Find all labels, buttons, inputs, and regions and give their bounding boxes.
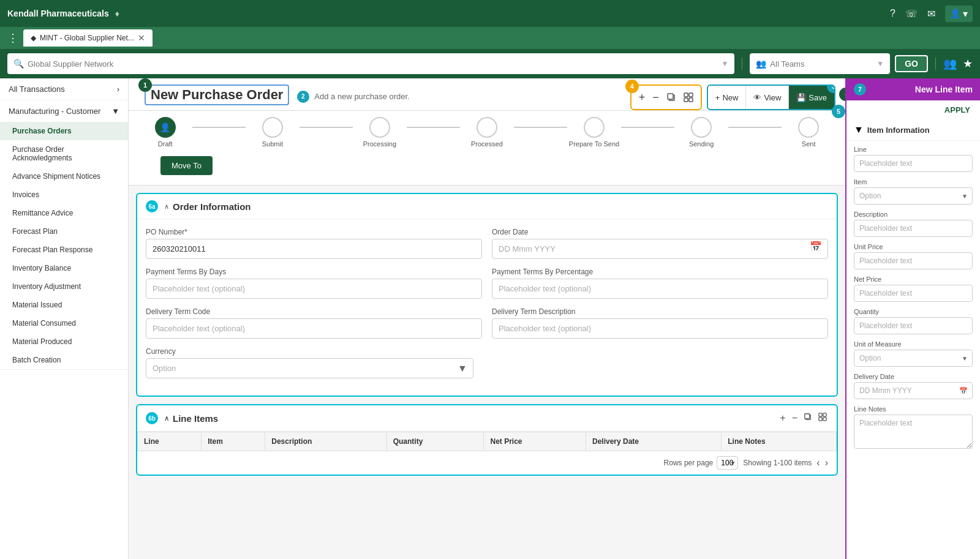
panel-field-unit-price: Unit Price: [854, 243, 973, 269]
line-item-copy-button[interactable]: [802, 411, 813, 425]
table-footer: Rows per page 100 50 25 ▼ Showing 1-100 …: [137, 451, 837, 475]
panel-input-delivery-date[interactable]: [854, 382, 973, 399]
people-icon[interactable]: 👥: [943, 57, 957, 70]
sidebar-toggle-button[interactable]: ‹: [839, 88, 845, 101]
search-actions: 👥 ★: [943, 57, 973, 70]
col-quantity: Quantity: [386, 432, 484, 451]
panel-label-delivery-date: Delivery Date: [854, 373, 973, 380]
sidebar-item-po-acknowledgments[interactable]: Purchase Order Acknowledgments: [0, 140, 128, 167]
step-circle-submit: [262, 117, 283, 138]
line-item-add-button[interactable]: +: [778, 411, 786, 425]
panel-field-uom: Unit of Measure Option ▼: [854, 340, 973, 367]
collapse-line-items[interactable]: ∧: [164, 415, 169, 422]
search-chevron[interactable]: ▼: [721, 59, 728, 68]
line-items-table: Line Item Description Quantity Net Price…: [137, 432, 837, 451]
svg-rect-2: [684, 93, 688, 97]
line-items-actions: + −: [778, 411, 828, 425]
page-header: ‹ 1 New Purchase Order 2 Add a new purch…: [129, 78, 845, 111]
step-circle-sending: [691, 117, 712, 138]
team-field[interactable]: 👥 ▼: [750, 53, 890, 74]
tab-mint[interactable]: ◆ MINT - Global Supplier Net... ✕: [23, 29, 153, 47]
team-chevron[interactable]: ▼: [876, 59, 884, 68]
sidebar-item-inventory-adjustment[interactable]: Inventory Adjustment: [0, 277, 128, 296]
tab-close-icon[interactable]: ✕: [138, 33, 145, 43]
action-group: 3 + New 👁 View 💾 Save: [707, 84, 835, 110]
po-number-input[interactable]: [146, 239, 482, 259]
order-info-header: 6a ∧ Order Information: [137, 194, 837, 219]
move-to-button[interactable]: Move To: [160, 156, 213, 175]
delivery-code-input[interactable]: [146, 318, 482, 339]
star-icon[interactable]: ★: [963, 57, 973, 70]
sidebar-item-material-issued[interactable]: Material Issued: [0, 296, 128, 314]
step-processed: Processed: [460, 117, 514, 148]
step-sending: Sending: [674, 117, 728, 148]
toolbar-multi-button[interactable]: [681, 91, 696, 103]
new-button[interactable]: + New: [708, 86, 747, 109]
payment-days-input[interactable]: [146, 279, 482, 299]
collapse-order-info[interactable]: ∧: [164, 203, 169, 211]
search-field[interactable]: 🔍 ▼: [7, 53, 734, 74]
step-line-2: [300, 127, 353, 128]
sidebar-item-material-produced[interactable]: Material Produced: [0, 332, 128, 351]
pagination-prev-button[interactable]: ‹: [816, 457, 820, 468]
search-input[interactable]: [28, 59, 717, 69]
svg-rect-9: [823, 413, 826, 416]
line-item-grid-button[interactable]: [817, 411, 828, 425]
panel-input-description[interactable]: [854, 220, 973, 237]
toolbar-copy-button[interactable]: ​: [664, 90, 679, 105]
order-date-input[interactable]: [492, 239, 828, 259]
panel-form: Line Item Option ▼ Description: [846, 141, 980, 462]
panel-input-unit-price[interactable]: [854, 252, 973, 269]
badge-5: 5: [832, 105, 845, 118]
order-info-form: PO Number* Order Date 📅 Payment Terms By…: [137, 219, 837, 396]
form-row-payment: Payment Terms By Days Payment Terms By P…: [146, 268, 828, 299]
svg-rect-11: [823, 418, 826, 421]
panel-select-item[interactable]: Option: [854, 187, 973, 204]
table-header-row: Line Item Description Quantity Net Price…: [138, 432, 837, 451]
sidebar-section-header-mfg[interactable]: Manufacturing - Customer ▼: [0, 100, 128, 122]
panel-input-line[interactable]: [854, 155, 973, 172]
panel-section-header[interactable]: ▼ Item Information: [846, 119, 980, 141]
currency-select[interactable]: Option: [146, 358, 473, 378]
sidebar-item-invoices[interactable]: Invoices: [0, 186, 128, 204]
panel-textarea-line-notes[interactable]: [854, 415, 973, 449]
team-input[interactable]: [770, 59, 873, 69]
sidebar-item-purchase-orders[interactable]: Purchase Orders: [0, 122, 128, 140]
toolbar-add-button[interactable]: +: [636, 90, 648, 105]
sidebar-section-header-all[interactable]: All Transactions ›: [0, 78, 128, 100]
phone-icon[interactable]: ☏: [905, 8, 918, 20]
panel-label-line-notes: Line Notes: [854, 405, 973, 413]
step-line-6: [728, 127, 782, 128]
view-button[interactable]: 👁 View: [746, 86, 789, 109]
go-button[interactable]: GO: [895, 55, 928, 72]
help-icon[interactable]: ?: [890, 8, 895, 19]
panel-input-net-price[interactable]: [854, 285, 973, 302]
payment-pct-input[interactable]: [492, 279, 828, 299]
sidebar-item-shipment-notices[interactable]: Advance Shipment Notices: [0, 167, 128, 186]
all-transactions-label: All Transactions: [9, 84, 65, 94]
pagination-next-button[interactable]: ›: [825, 457, 828, 468]
sidebar-item-inventory-balance[interactable]: Inventory Balance: [0, 259, 128, 277]
delivery-desc-input[interactable]: [492, 318, 828, 339]
svg-rect-8: [819, 413, 822, 416]
sidebar-item-remittance[interactable]: Remittance Advice: [0, 204, 128, 222]
panel-field-line-notes: Line Notes: [854, 405, 973, 451]
user-menu[interactable]: 👤 ▾: [945, 6, 973, 22]
panel-input-quantity[interactable]: [854, 317, 973, 334]
team-icon: 👥: [756, 59, 766, 69]
form-group-payment-pct: Payment Terms By Percentage: [492, 268, 828, 299]
sidebar-item-material-consumed[interactable]: Material Consumed: [0, 314, 128, 332]
bookmark-icon: ♦: [115, 9, 119, 18]
bell-icon[interactable]: ✉: [927, 8, 935, 20]
rows-per-page-select[interactable]: 100 50 25: [717, 456, 738, 470]
line-items-section: 6b ∧ Line Items + −: [136, 404, 838, 476]
apply-button[interactable]: APPLY: [940, 103, 975, 117]
line-item-remove-button[interactable]: −: [791, 411, 799, 425]
grid-icon[interactable]: ⋮: [5, 29, 21, 47]
sidebar-item-forecast-response[interactable]: Forecast Plan Response: [0, 241, 128, 259]
sidebar-item-forecast-plan[interactable]: Forecast Plan: [0, 222, 128, 241]
toolbar-remove-button[interactable]: −: [650, 90, 662, 105]
panel-select-uom[interactable]: Option: [854, 350, 973, 367]
manufacturing-arrow[interactable]: ▼: [111, 107, 119, 116]
sidebar-item-batch-creation[interactable]: Batch Creation: [0, 351, 128, 369]
